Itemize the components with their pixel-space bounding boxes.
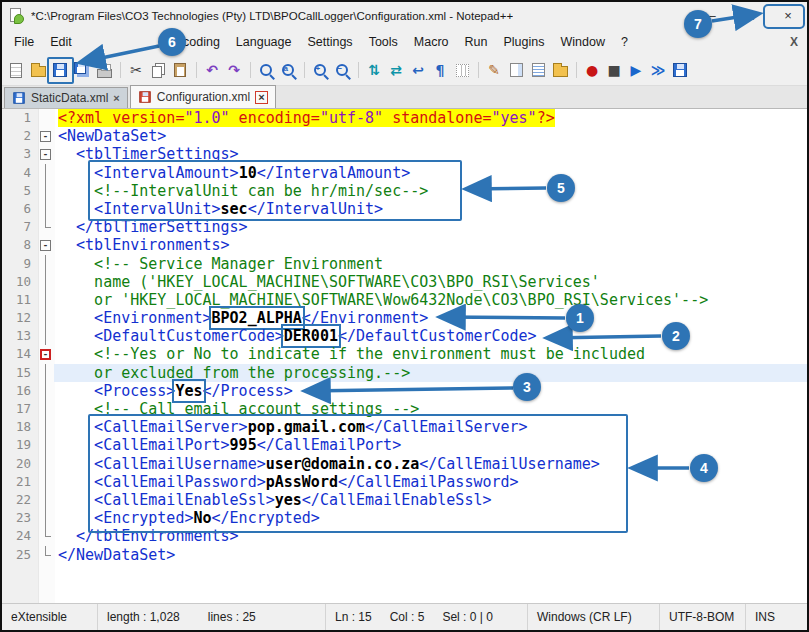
print-button[interactable]: [94, 58, 114, 82]
fold-margin[interactable]: -: [38, 127, 54, 145]
editor[interactable]: 1<?xml version="1.0" encoding="utf-8" st…: [2, 109, 807, 603]
fold-collapse-icon[interactable]: -: [40, 149, 51, 160]
code-line-5[interactable]: 5 <!--IntervalUnit can be hr/min/sec-->: [2, 182, 807, 200]
stop-recording-button[interactable]: ■: [604, 58, 624, 82]
code-line-11[interactable]: 11 or 'HKEY_LOCAL_MACHINE\SOFTWARE\Wow64…: [2, 291, 807, 309]
menu-help[interactable]: ?: [613, 31, 636, 53]
menu-plugins[interactable]: Plugins: [495, 31, 552, 53]
code-content[interactable]: or 'HKEY_LOCAL_MACHINE\SOFTWARE\Wow6432N…: [54, 291, 807, 309]
code-line-12[interactable]: 12 <Environment>BPO2_ALPHA</Environment>: [2, 309, 807, 327]
playback-macro-button[interactable]: ▶: [626, 58, 646, 82]
code-line-8[interactable]: 8- <tblEnvironments>: [2, 236, 807, 254]
code-content[interactable]: <?xml version="1.0" encoding="utf-8" sta…: [54, 109, 807, 127]
code-line-17[interactable]: 17 <!-- Call email account settings -->: [2, 400, 807, 418]
code-line-14[interactable]: 14- <!--Yes or No to indicate if the env…: [2, 345, 807, 363]
code-content[interactable]: <CallEmailPort>995</CallEmailPort>: [54, 436, 807, 454]
code-line-2[interactable]: 2-<NewDataSet>: [2, 127, 807, 145]
code-content[interactable]: <IntervalUnit>sec</IntervalUnit>: [54, 200, 807, 218]
code-line-20[interactable]: 20 <CallEmailUsername>user@domain.co.za<…: [2, 455, 807, 473]
fold-collapse-icon[interactable]: -: [40, 240, 51, 251]
save-recorded-macro-button[interactable]: [670, 58, 690, 82]
code-line-9[interactable]: 9 <!-- Service Manager Environment: [2, 255, 807, 273]
tab-close-icon[interactable]: ×: [255, 91, 267, 104]
fold-collapse-icon[interactable]: -: [40, 131, 51, 142]
maximize-button[interactable]: □: [731, 2, 769, 29]
code-line-1[interactable]: 1<?xml version="1.0" encoding="utf-8" st…: [2, 109, 807, 127]
save-file-button[interactable]: [50, 58, 70, 82]
new-file-button[interactable]: [6, 58, 26, 82]
code-line-21[interactable]: 21 <CallEmailPassword>pAssWord</CallEmai…: [2, 473, 807, 491]
paste-button[interactable]: [170, 58, 190, 82]
show-indent-guide-button[interactable]: [452, 58, 472, 82]
tab-close-icon[interactable]: ×: [113, 93, 119, 104]
code-content[interactable]: </tblEnvironments>: [54, 527, 807, 545]
folder-as-workspace-button[interactable]: [550, 58, 570, 82]
code-content[interactable]: <!-- Service Manager Environment: [54, 255, 807, 273]
code-line-15[interactable]: 15 or excluded from the processing.-->: [2, 364, 807, 382]
find-button[interactable]: [256, 58, 276, 82]
record-macro-button[interactable]: ●: [582, 58, 602, 82]
code-line-18[interactable]: 18 <CallEmailServer>pop.gmail.com</CallE…: [2, 418, 807, 436]
code-content[interactable]: <Encrypted>No</Encrypted>: [54, 509, 807, 527]
code-line-4[interactable]: 4 <IntervalAmount>10</IntervalAmount>: [2, 164, 807, 182]
cut-button[interactable]: ✂: [126, 58, 146, 82]
code-content[interactable]: <DefaultCustomerCode>DER001</DefaultCust…: [54, 327, 807, 345]
code-line-19[interactable]: 19 <CallEmailPort>995</CallEmailPort>: [2, 436, 807, 454]
code-line-7[interactable]: 7 </tblTimerSettings>: [2, 218, 807, 236]
menu-edit[interactable]: Edit: [42, 31, 80, 53]
fold-margin[interactable]: -: [38, 145, 54, 163]
fold-margin[interactable]: -: [38, 236, 54, 254]
code-content[interactable]: or excluded from the processing.-->: [54, 364, 807, 382]
code-content[interactable]: <NewDataSet>: [54, 127, 807, 145]
document-map-button[interactable]: [506, 58, 526, 82]
code-line-6[interactable]: 6 <IntervalUnit>sec</IntervalUnit>: [2, 200, 807, 218]
word-wrap-button[interactable]: ↩: [408, 58, 428, 82]
run-macro-multiple-times-button[interactable]: ≫: [648, 58, 668, 82]
zoom-in-button[interactable]: +: [310, 58, 330, 82]
open-file-button[interactable]: [28, 58, 48, 82]
code-content[interactable]: <!--Yes or No to indicate if the environ…: [54, 345, 807, 363]
code-content[interactable]: <IntervalAmount>10</IntervalAmount>: [54, 164, 807, 182]
code-content[interactable]: </NewDataSet>: [54, 546, 807, 564]
code-content[interactable]: <tblEnvironments>: [54, 236, 807, 254]
code-content[interactable]: <!--IntervalUnit can be hr/min/sec-->: [54, 182, 807, 200]
redo-button[interactable]: ↷: [224, 58, 244, 82]
menu-run[interactable]: Run: [457, 31, 496, 53]
replace-button[interactable]: a: [278, 58, 298, 82]
code-content[interactable]: <Process>Yes</Process>: [54, 382, 807, 400]
code-content[interactable]: <!-- Call email account settings -->: [54, 400, 807, 418]
code-line-10[interactable]: 10 name ('HKEY_LOCAL_MACHINE\SOFTWARE\CO…: [2, 273, 807, 291]
code-content[interactable]: <CallEmailEnableSsl>yes</CallEmailEnable…: [54, 491, 807, 509]
tab-staticdata-xml[interactable]: StaticData.xml×: [4, 87, 128, 108]
menu-tools[interactable]: Tools: [361, 31, 406, 53]
save-all-button[interactable]: [72, 58, 92, 82]
code-line-24[interactable]: 24 </tblEnvironments>: [2, 527, 807, 545]
code-content[interactable]: name ('HKEY_LOCAL_MACHINE\SOFTWARE\CO3\B…: [54, 273, 807, 291]
menu-macro[interactable]: Macro: [406, 31, 457, 53]
define-language-button[interactable]: ✎: [484, 58, 504, 82]
code-line-16[interactable]: 16 <Process>Yes</Process>: [2, 382, 807, 400]
sync-vertical-scroll-button[interactable]: ⇅: [364, 58, 384, 82]
code-content[interactable]: <tblTimerSettings>: [54, 145, 807, 163]
code-line-22[interactable]: 22 <CallEmailEnableSsl>yes</CallEmailEna…: [2, 491, 807, 509]
code-content[interactable]: <Environment>BPO2_ALPHA</Environment>: [54, 309, 807, 327]
code-content[interactable]: <CallEmailServer>pop.gmail.com</CallEmai…: [54, 418, 807, 436]
copy-button[interactable]: [148, 58, 168, 82]
fold-margin[interactable]: -: [38, 345, 54, 363]
undo-button[interactable]: ↶: [202, 58, 222, 82]
code-line-23[interactable]: 23 <Encrypted>No</Encrypted>: [2, 509, 807, 527]
menu-window[interactable]: Window: [552, 31, 612, 53]
code-line-25[interactable]: 25</NewDataSet>: [2, 546, 807, 564]
sync-horizontal-scroll-button[interactable]: ⇄: [386, 58, 406, 82]
close-button[interactable]: ×: [769, 2, 807, 29]
code-line-3[interactable]: 3- <tblTimerSettings>: [2, 145, 807, 163]
close-document-x[interactable]: X: [790, 35, 798, 49]
code-content[interactable]: </tblTimerSettings>: [54, 218, 807, 236]
menu-file[interactable]: File: [6, 31, 42, 53]
menu-language[interactable]: Language: [228, 31, 300, 53]
menu-settings[interactable]: Settings: [299, 31, 360, 53]
function-list-button[interactable]: [528, 58, 548, 82]
tab-configuration-xml[interactable]: Configuration.xml×: [130, 85, 276, 108]
zoom-out-button[interactable]: −: [332, 58, 352, 82]
show-all-characters-button[interactable]: ¶: [430, 58, 450, 82]
